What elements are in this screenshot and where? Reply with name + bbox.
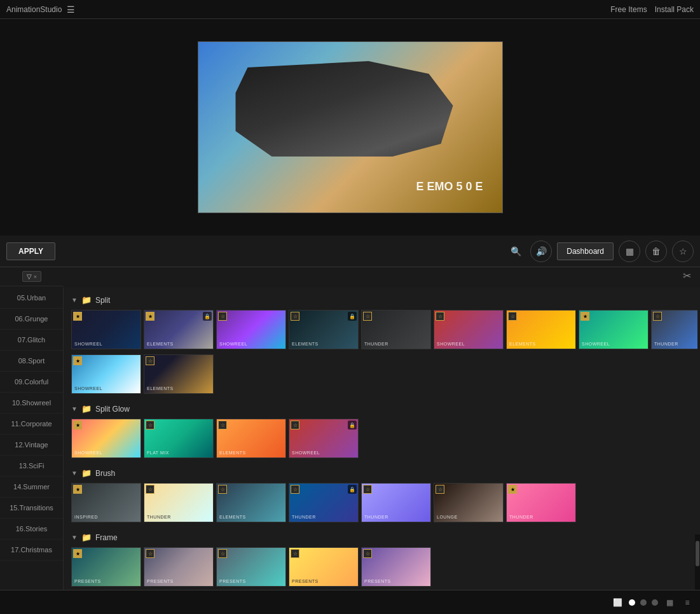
grid-icon[interactable]: ▦ xyxy=(663,596,676,609)
sidebar-item-christmas[interactable]: 17.Christmas xyxy=(0,540,63,561)
sidebar-item-corporate[interactable]: 11.Corporate xyxy=(0,414,63,435)
toolbar: APPLY 🔍 🔊 Dashboard ▦ 🗑 ☆ xyxy=(0,235,700,267)
pack-thumb[interactable]: ☆SHOWREEL xyxy=(216,310,286,349)
pack-thumb[interactable]: ☆🔒ELEMENTS xyxy=(289,310,359,349)
star-icon[interactable]: ☆ xyxy=(363,549,372,558)
star-icon[interactable]: ★ xyxy=(508,485,517,494)
sidebar-item-transitions[interactable]: 15.Transitions xyxy=(0,498,63,519)
sidebar-item-colorful[interactable]: 09.Colorful xyxy=(0,372,63,393)
star-icon[interactable]: ☆ xyxy=(508,312,517,321)
pack-thumb[interactable]: ☆🔒SHOWREEL xyxy=(289,419,359,458)
pack-thumb[interactable]: ☆LOUNGE xyxy=(434,483,504,522)
sidebar-item-grunge[interactable]: 06.Grunge xyxy=(0,309,63,330)
trash-button[interactable]: 🗑 xyxy=(645,241,667,262)
star-icon[interactable]: ☆ xyxy=(653,312,662,321)
pack-thumb[interactable]: ★PRESENTS xyxy=(71,547,141,587)
pack-section-header-split-glow[interactable]: ▼ 📁 Split Glow xyxy=(66,401,697,416)
pack-thumb[interactable]: ☆ELEMENTS xyxy=(216,483,286,522)
menu-icon[interactable]: ☰ xyxy=(67,4,75,15)
view-dot-2[interactable] xyxy=(640,599,647,606)
section-name-split: Split xyxy=(95,296,110,305)
star-icon[interactable]: ☆ xyxy=(291,312,299,321)
sidebar-item-stories[interactable]: 16.Stories xyxy=(0,519,63,540)
star-icon[interactable]: ☆ xyxy=(146,421,154,429)
pack-thumb[interactable]: ☆PRESENTS xyxy=(289,547,359,587)
star-icon[interactable]: ★ xyxy=(73,549,82,558)
packs-scroll-area[interactable]: ▼ 📁 Split ★SHOWREEL ★🔒ELEMENTS ☆SHOWREEL… xyxy=(64,288,700,590)
star-icon[interactable]: ★ xyxy=(73,356,82,365)
filter-row: ▽ × xyxy=(0,267,64,286)
pack-thumb[interactable]: ★THUNDER xyxy=(506,483,576,522)
star-icon[interactable]: ☆ xyxy=(291,485,299,494)
filter-tag-label: ▽ xyxy=(27,273,32,280)
star-icon[interactable]: ☆ xyxy=(146,549,154,558)
sidebar-item-showreel[interactable]: 10.Showreel xyxy=(0,393,63,414)
pack-thumb[interactable]: ☆SHOWREEL xyxy=(434,310,504,349)
install-pack-link[interactable]: Install Pack xyxy=(655,5,694,14)
star-icon[interactable]: ☆ xyxy=(218,312,227,321)
pack-thumb[interactable]: ☆PRESENTS xyxy=(216,547,286,587)
pack-thumb[interactable]: ☆ELEMENTS xyxy=(144,354,214,394)
filter-remove-icon[interactable]: × xyxy=(34,274,37,280)
star-icon[interactable]: ☆ xyxy=(291,549,299,558)
star-icon[interactable]: ★ xyxy=(73,421,82,429)
pack-thumb[interactable]: ☆FLAT MIX xyxy=(144,419,214,458)
pack-thumb[interactable]: ★SHOWREEL xyxy=(71,310,141,349)
apply-button[interactable]: APPLY xyxy=(6,242,55,260)
star-icon[interactable]: ☆ xyxy=(436,312,444,321)
star-icon[interactable]: ☆ xyxy=(218,421,227,429)
star-icon[interactable]: ☆ xyxy=(363,485,372,494)
star-icon[interactable]: ★ xyxy=(73,312,82,321)
star-icon[interactable]: ☆ xyxy=(436,485,444,494)
pack-section-header-frame[interactable]: ▼ 📁 Frame xyxy=(66,530,697,545)
sidebar-item-urban[interactable]: 05.Urban xyxy=(0,288,63,309)
pack-thumb[interactable]: ★SHOWREEL xyxy=(579,310,649,349)
scissors-icon[interactable]: ✂ xyxy=(683,270,691,282)
pack-thumb[interactable]: ☆THUNDER xyxy=(144,483,214,522)
pack-thumb[interactable]: ☆PRESENTS xyxy=(144,547,214,587)
view-dot-3[interactable] xyxy=(652,599,658,606)
dashboard-button[interactable]: Dashboard xyxy=(557,242,614,260)
star-icon[interactable]: ★ xyxy=(73,485,82,494)
sidebar-item-scifi[interactable]: 13.SciFi xyxy=(0,456,63,477)
pack-section-header-split[interactable]: ▼ 📁 Split xyxy=(66,293,697,307)
sidebar-item-glitch[interactable]: 07.Glitch xyxy=(0,330,63,351)
star-icon[interactable]: ★ xyxy=(146,312,154,321)
star-icon[interactable]: ☆ xyxy=(291,421,299,429)
scroll-thumb[interactable] xyxy=(696,541,699,566)
star-icon[interactable]: ☆ xyxy=(218,485,227,494)
search-button[interactable]: 🔍 xyxy=(506,242,525,261)
car-shape xyxy=(224,55,465,182)
filter-tag[interactable]: ▽ × xyxy=(22,271,41,282)
star-icon[interactable]: ☆ xyxy=(363,312,372,321)
star-icon[interactable]: ☆ xyxy=(146,356,154,365)
sidebar-item-summer[interactable]: 14.Summer xyxy=(0,477,63,498)
pack-thumb[interactable]: ☆THUNDER xyxy=(361,483,431,522)
status-bar: ⬜ ▦ ≡ xyxy=(0,590,700,614)
free-items-link[interactable]: Free Items xyxy=(610,5,647,14)
folder-icon: 📁 xyxy=(81,468,92,478)
pack-thumb[interactable]: ☆THUNDER xyxy=(361,310,431,349)
pack-thumb[interactable]: ★INSPIRED xyxy=(71,483,141,522)
section-name-brush: Brush xyxy=(95,469,115,478)
sidebar-item-sport[interactable]: 08.Sport xyxy=(0,351,63,372)
list-icon[interactable]: ≡ xyxy=(681,596,694,609)
pack-thumb[interactable]: ★SHOWREEL xyxy=(71,354,141,394)
star-icon[interactable]: ☆ xyxy=(146,485,154,494)
pack-thumb[interactable]: ☆PRESENTS xyxy=(361,547,431,587)
star-button[interactable]: ☆ xyxy=(672,241,694,262)
grid-view-button[interactable]: ▦ xyxy=(619,241,640,262)
pack-thumb[interactable]: ☆ELEMENTS xyxy=(216,419,286,458)
expand-icon[interactable]: ⬜ xyxy=(611,596,624,609)
volume-button[interactable]: 🔊 xyxy=(530,241,552,262)
pack-thumb[interactable]: ★SHOWREEL xyxy=(71,419,141,458)
star-icon[interactable]: ★ xyxy=(580,312,589,321)
pack-thumb[interactable]: ★🔒ELEMENTS xyxy=(144,310,214,349)
star-icon[interactable]: ☆ xyxy=(218,549,227,558)
pack-thumb[interactable]: ☆🔒THUNDER xyxy=(289,483,359,522)
view-dot-1[interactable] xyxy=(629,599,635,606)
pack-thumb[interactable]: ☆ELEMENTS xyxy=(506,310,576,349)
sidebar-item-vintage[interactable]: 12.Vintage xyxy=(0,435,63,456)
pack-thumb[interactable]: ☆THUNDER xyxy=(651,310,697,349)
pack-section-header-brush[interactable]: ▼ 📁 Brush xyxy=(66,466,697,480)
